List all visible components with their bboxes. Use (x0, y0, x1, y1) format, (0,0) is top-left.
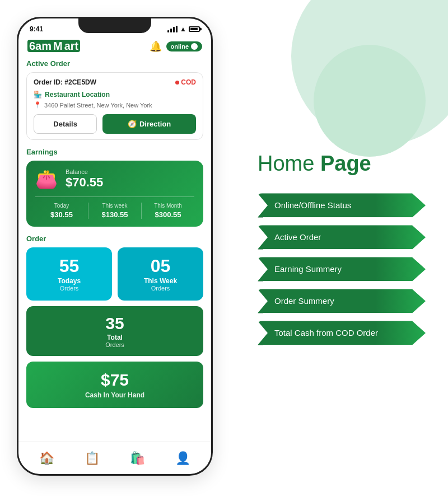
cod-dot (175, 81, 179, 85)
battery-icon (189, 26, 200, 32)
feature-active-order: Active Order (258, 225, 426, 249)
total-label: Total (34, 334, 195, 341)
cash-label: Cash In Your Hand (35, 391, 194, 399)
todays-orders-box: 55 Todays Orders (26, 247, 112, 301)
week-label: This week (88, 203, 141, 209)
feature-order-summery: Order Summery (258, 289, 426, 313)
week-label: This Week (124, 277, 197, 285)
direction-label: Direction (139, 120, 171, 128)
earnings-title: Earnings (26, 148, 203, 156)
pin-icon: 📍 (34, 101, 41, 109)
todays-num: 55 (33, 256, 105, 276)
signal-icon (167, 26, 178, 32)
week-num: 05 (124, 256, 197, 276)
order-grid: 55 Todays Orders 05 This Week Orders (26, 247, 203, 301)
feature-label-1: Online/Offline Status (274, 200, 351, 210)
today-value: $30.55 (35, 210, 88, 219)
address-text: 3460 Pallet Street, New York, New York (44, 102, 152, 109)
today-label: Today (35, 203, 88, 209)
balance-label: Balance (66, 168, 103, 175)
earnings-today: Today $30.55 (35, 203, 88, 219)
app-header: 6amMart 🔔 online (26, 40, 203, 53)
earnings-card: 👛 Balance $70.55 Today $30.55 This week … (26, 161, 203, 227)
earnings-top: 👛 Balance $70.55 (35, 168, 194, 190)
feature-list: Online/Offline Status Active Order Earni… (258, 193, 426, 345)
cod-label: COD (181, 78, 196, 86)
month-value: $300.55 (142, 210, 194, 219)
online-label: online (171, 43, 189, 50)
total-num: 35 (34, 314, 195, 332)
restaurant-icon: 🏪 (34, 91, 42, 99)
status-time: 9:41 (30, 25, 43, 33)
phone-content: 6amMart 🔔 online Active Order Order ID: … (18, 35, 211, 452)
week-value: $130.55 (88, 210, 141, 219)
earnings-week: This week $130.55 (88, 203, 141, 219)
balance-value: $70.55 (66, 175, 103, 190)
month-label: This Month (142, 203, 194, 209)
order-id-label: Order ID: #2CE5DW (34, 78, 96, 86)
active-order-card: Order ID: #2CE5DW COD 🏪 Restaurant Locat… (26, 72, 203, 140)
nav-profile[interactable]: 👤 (175, 451, 190, 466)
active-order-title: Active Order (26, 59, 203, 68)
order-section-title: Order (26, 235, 203, 243)
logo-text: 6amMart (27, 40, 80, 52)
page-title: Home Page (258, 152, 426, 176)
todays-sub: Orders (33, 285, 105, 292)
order-location: 🏪 Restaurant Location (34, 91, 196, 99)
feature-earning-summery: Earning Summery (258, 257, 426, 281)
compass-icon: 🧭 (128, 120, 137, 128)
phone-mockup: 9:41 ▲ 6amMart (17, 17, 213, 476)
cash-box: $75 Cash In Your Hand (26, 362, 203, 408)
header-right: 🔔 online (150, 40, 202, 53)
app-logo: 6amMart (27, 40, 80, 53)
week-orders-box: 05 This Week Orders (118, 247, 203, 301)
phone-notch (78, 18, 151, 33)
online-status-badge[interactable]: online (166, 41, 202, 51)
nav-bag[interactable]: 🛍️ (130, 451, 145, 466)
total-sub: Orders (34, 341, 195, 348)
earnings-month: This Month $300.55 (141, 203, 194, 219)
wallet-icon: 👛 (35, 168, 58, 190)
location-label: Restaurant Location (45, 91, 110, 99)
title-normal: Home (258, 152, 320, 175)
balance-info: Balance $70.55 (66, 168, 103, 190)
wifi-icon: ▲ (180, 25, 186, 33)
total-orders-box: 35 Total Orders (26, 306, 203, 356)
todays-label: Todays (33, 277, 105, 285)
bottom-nav: 🏠 📋 🛍️ 👤 (18, 442, 211, 474)
nav-home[interactable]: 🏠 (39, 451, 54, 466)
cash-amount: $75 (35, 371, 194, 390)
status-right: ▲ (167, 25, 200, 33)
phone-frame: 9:41 ▲ 6amMart (17, 17, 213, 476)
order-top: Order ID: #2CE5DW COD (34, 78, 196, 86)
toggle-dot (191, 43, 198, 50)
earnings-bottom: Today $30.55 This week $130.55 This Mont… (35, 196, 194, 219)
feature-online-status: Online/Offline Status (258, 193, 426, 217)
nav-orders[interactable]: 📋 (85, 451, 100, 466)
order-actions: Details 🧭 Direction (34, 114, 196, 134)
week-sub: Orders (124, 285, 197, 292)
right-panel: Home Page Online/Offline Status Active O… (213, 0, 448, 497)
details-button[interactable]: Details (34, 114, 97, 134)
order-id-prefix: Order ID: (34, 78, 63, 86)
feature-label-5: Total Cash from COD Order (274, 328, 378, 337)
order-address: 📍 3460 Pallet Street, New York, New York (34, 101, 196, 109)
bell-icon[interactable]: 🔔 (150, 40, 162, 53)
cod-badge: COD (175, 78, 196, 86)
feature-cod-order: Total Cash from COD Order (258, 321, 426, 345)
feature-label-2: Active Order (274, 232, 321, 242)
direction-button[interactable]: 🧭 Direction (102, 114, 196, 134)
feature-label-4: Order Summery (274, 296, 334, 306)
order-id-value: #2CE5DW (64, 78, 96, 86)
logo-m: M (52, 40, 64, 52)
title-bold: Page (320, 152, 371, 175)
feature-label-3: Earning Summery (274, 264, 342, 274)
